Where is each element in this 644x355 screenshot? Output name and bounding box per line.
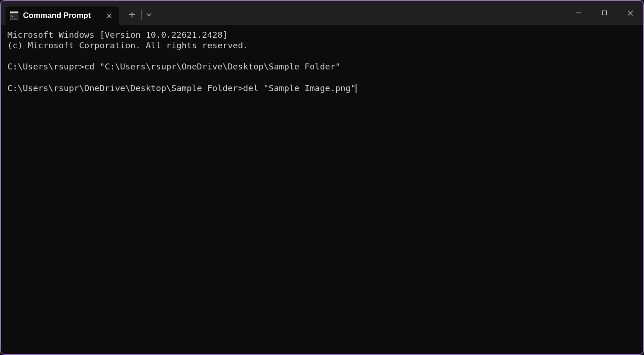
new-tab-button[interactable] xyxy=(125,7,139,22)
tab-dropdown-button[interactable] xyxy=(143,7,155,22)
close-window-button[interactable] xyxy=(617,4,643,22)
prompt-2: C:\Users\rsupr\OneDrive\Desktop\Sample F… xyxy=(7,83,243,93)
svg-rect-8 xyxy=(603,11,607,15)
prompt-1: C:\Users\rsupr> xyxy=(7,62,84,71)
command-line-1: C:\Users\rsupr>cd "C:\Users\rsupr\OneDri… xyxy=(7,61,637,72)
banner-line-1: Microsoft Windows [Version 10.0.22621.24… xyxy=(7,29,637,40)
title-bar: >_ Command Prompt xyxy=(1,1,643,25)
close-tab-icon[interactable] xyxy=(104,11,114,20)
text-cursor xyxy=(356,84,356,93)
command-2: del "Sample Image.png" xyxy=(243,83,356,93)
tab-command-prompt[interactable]: >_ Command Prompt xyxy=(6,6,119,25)
blank-line xyxy=(7,72,637,83)
blank-line xyxy=(7,51,637,61)
svg-rect-1 xyxy=(10,11,18,13)
command-line-2: C:\Users\rsupr\OneDrive\Desktop\Sample F… xyxy=(7,83,637,93)
cmd-icon: >_ xyxy=(10,11,18,20)
tab-title: Command Prompt xyxy=(23,11,100,20)
command-1: cd "C:\Users\rsupr\OneDrive\Desktop\Samp… xyxy=(84,62,340,71)
svg-text:>_: >_ xyxy=(11,14,16,18)
maximize-button[interactable] xyxy=(592,4,617,22)
window-controls xyxy=(566,1,643,25)
banner-line-2: (c) Microsoft Corporation. All rights re… xyxy=(7,40,637,51)
title-bar-left: >_ Command Prompt xyxy=(1,1,155,25)
terminal-output[interactable]: Microsoft Windows [Version 10.0.22621.24… xyxy=(1,25,643,354)
minimize-button[interactable] xyxy=(566,4,592,22)
divider xyxy=(141,10,142,20)
